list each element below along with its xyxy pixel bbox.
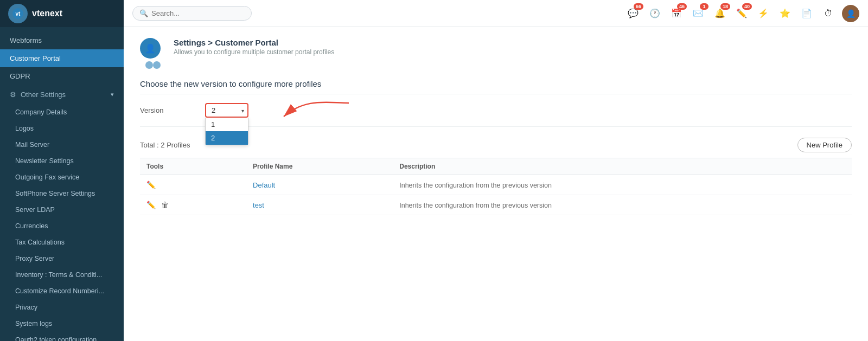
sidebar: vt vtenext Webforms Customer Portal GDPR… [0, 0, 124, 341]
sidebar-item-inventory-terms[interactable]: Inventory : Terms & Conditi... [0, 267, 124, 283]
col-tools: Tools [140, 158, 246, 175]
sidebar-item-customer-portal[interactable]: Customer Portal [0, 49, 124, 67]
main-area: 🔍 💬 66 🕐 📅 46 ✉️ 1 🔔 18 [124, 0, 868, 341]
bolt-button[interactable]: ⚡ [755, 5, 771, 22]
chevron-down-icon: ▾ [111, 91, 114, 98]
sidebar-item-customize-record[interactable]: Customize Record Numberi... [0, 283, 124, 299]
sidebar-item-mail-server[interactable]: Mail Server [0, 137, 124, 153]
notifications-badge: 18 [720, 3, 730, 10]
version-dropdown-open: 1 2 [205, 118, 248, 145]
docs-button[interactable]: 📄 [799, 5, 815, 22]
calendar-icon: 📅 [671, 8, 682, 18]
sidebar-item-gdpr[interactable]: GDPR [0, 67, 124, 85]
sidebar-logo: vt vtenext [0, 0, 124, 27]
page-breadcrumb: Settings > Customer Portal [174, 38, 334, 47]
row-profile-name: Default [246, 175, 393, 195]
profile-name-link-test[interactable]: test [253, 201, 264, 209]
version-label: Version [140, 103, 205, 114]
clock-icon: 🕐 [649, 8, 660, 18]
profiles-table-head: Tools Profile Name Description [140, 158, 852, 175]
version-select-wrap: 1 2 ▾ [205, 103, 248, 118]
sidebar-item-oauth2[interactable]: Oauth2 token configuration [0, 332, 124, 341]
profile-desc-test: Inherits the configuration from the prev… [399, 202, 552, 209]
page-header-icon: 👤 [140, 38, 161, 59]
calendar-button[interactable]: 📅 46 [668, 5, 685, 22]
mail-badge: 1 [700, 3, 709, 10]
page-header-info: Settings > Customer Portal Allows you to… [174, 38, 334, 56]
search-input[interactable] [151, 9, 245, 17]
sidebar-item-webforms[interactable]: Webforms [0, 31, 124, 49]
sidebar-item-system-logs[interactable]: System logs [0, 316, 124, 332]
profiles-count: Total : 2 Profiles [140, 141, 190, 149]
profile-name-link-default[interactable]: Default [253, 181, 275, 189]
timer-button[interactable]: ⏱ [820, 5, 837, 22]
task-icon: ✏️ [736, 8, 747, 18]
timer-icon: ⏱ [824, 9, 833, 18]
version-option-2[interactable]: 2 [206, 131, 248, 145]
sidebar-item-tax-calc[interactable]: Tax Calculations [0, 234, 124, 250]
edit-icon[interactable]: ✏️ [146, 201, 156, 209]
delete-icon[interactable]: 🗑 [161, 201, 169, 209]
chat-icon: 💬 [628, 8, 639, 18]
page-description: Allows you to configure multiple custome… [174, 48, 334, 56]
profiles-table: Tools Profile Name Description ✏️ Defaul… [140, 158, 852, 215]
sidebar-item-server-ldap[interactable]: Server LDAP [0, 202, 124, 218]
sidebar-item-newsletter-settings[interactable]: Newsletter Settings [0, 153, 124, 169]
sidebar-item-company-details[interactable]: Company Details [0, 104, 124, 120]
calendar-badge: 46 [677, 3, 687, 10]
bolt-icon: ⚡ [758, 8, 769, 18]
mail-button[interactable]: ✉️ 1 [690, 5, 706, 22]
settings-icon: ⚙ [10, 91, 16, 99]
bell-icon: 🔔 [714, 8, 725, 18]
tasks-badge: 40 [742, 3, 752, 10]
app-name: vtenext [32, 9, 62, 18]
sidebar-item-logos[interactable]: Logos [0, 120, 124, 137]
profiles-table-body: ✏️ Default Inherits the configuration fr… [140, 175, 852, 215]
row-description: Inherits the configuration from the prev… [393, 195, 852, 215]
col-description: Description [393, 158, 852, 175]
mail-icon: ✉️ [693, 8, 704, 18]
version-row: Version 1 2 ▾ 1 2 [140, 103, 852, 127]
page-header: 👤 Settings > Customer Portal Allows you … [140, 38, 852, 69]
version-option-1[interactable]: 1 [206, 118, 248, 131]
sidebar-item-privacy[interactable]: Privacy [0, 299, 124, 316]
messages-button[interactable]: 💬 66 [625, 5, 641, 22]
sidebar-nav: Webforms Customer Portal GDPR ⚙ Other Se… [0, 27, 124, 341]
row-description: Inherits the configuration from the prev… [393, 175, 852, 195]
star-button[interactable]: ⭐ [777, 5, 793, 22]
star-icon: ⭐ [780, 8, 790, 18]
table-row: ✏️ 🗑 test Inherits the configuration fro… [140, 195, 852, 215]
col-profile-name: Profile Name [246, 158, 393, 175]
search-icon: 🔍 [139, 9, 148, 17]
sidebar-section-other-settings[interactable]: ⚙ Other Settings ▾ [0, 85, 124, 104]
profiles-section: Total : 2 Profiles New Profile Tools Pro… [140, 138, 852, 215]
portal-icon: 👤 [145, 43, 156, 54]
new-profile-button[interactable]: New Profile [797, 138, 852, 152]
table-row: ✏️ Default Inherits the configuration fr… [140, 175, 852, 195]
content-area: 👤 Settings > Customer Portal Allows you … [124, 27, 868, 341]
settings-sub-icon [145, 61, 162, 69]
row-tools: ✏️ 🗑 [140, 195, 246, 215]
svg-text:vt: vt [16, 11, 21, 17]
sidebar-item-outgoing-fax[interactable]: Outgoing Fax service [0, 169, 124, 185]
section-title: Choose the new version to configure more… [140, 79, 852, 94]
sidebar-item-softphone[interactable]: SoftPhone Server Settings [0, 185, 124, 202]
row-profile-name: test [246, 195, 393, 215]
app-logo-icon: vt [8, 4, 28, 23]
svg-point-2 [145, 61, 153, 69]
topbar-icons: 💬 66 🕐 📅 46 ✉️ 1 🔔 18 ✏️ 40 [625, 5, 859, 22]
user-avatar[interactable]: 👤 [842, 5, 859, 22]
sidebar-item-proxy-server[interactable]: Proxy Server [0, 250, 124, 267]
topbar: 🔍 💬 66 🕐 📅 46 ✉️ 1 🔔 18 [124, 0, 868, 27]
version-select[interactable]: 1 2 [205, 103, 248, 118]
search-box[interactable]: 🔍 [132, 6, 252, 21]
edit-icon[interactable]: ✏️ [146, 181, 156, 189]
history-button[interactable]: 🕐 [647, 5, 663, 22]
sidebar-item-currencies[interactable]: Currencies [0, 218, 124, 234]
tasks-button[interactable]: ✏️ 40 [733, 5, 750, 22]
row-tools: ✏️ [140, 175, 246, 195]
notifications-button[interactable]: 🔔 18 [712, 5, 728, 22]
profile-desc-default: Inherits the configuration from the prev… [399, 182, 552, 189]
document-icon: 📄 [801, 8, 812, 18]
svg-point-3 [153, 61, 161, 69]
